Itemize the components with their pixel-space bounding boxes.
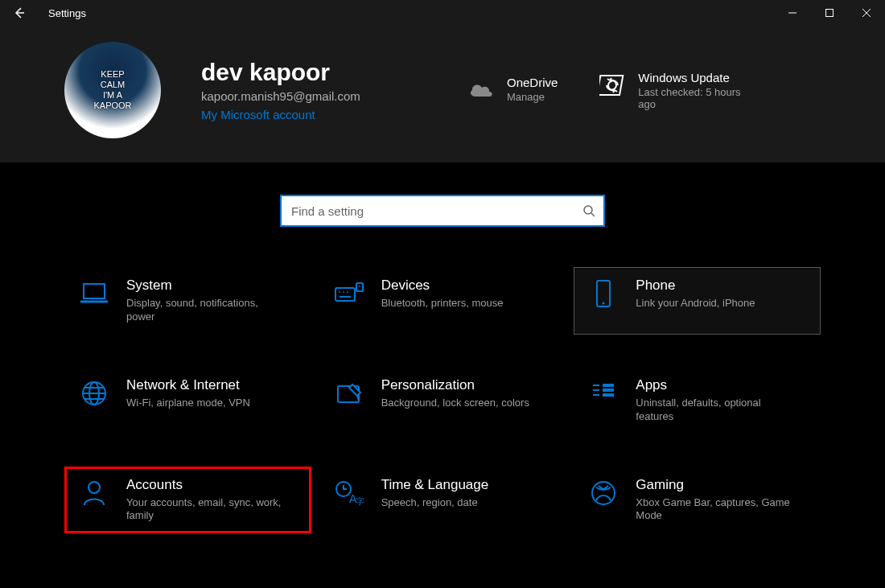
- category-network[interactable]: Network & Internet Wi-Fi, airplane mode,…: [64, 367, 311, 434]
- sync-icon: [598, 71, 627, 100]
- category-time-language[interactable]: A字 Time & Language Speech, region, date: [319, 467, 566, 534]
- category-title: Apps: [636, 377, 796, 393]
- svg-point-11: [603, 302, 605, 305]
- svg-rect-3: [84, 284, 105, 298]
- svg-point-25: [592, 482, 615, 504]
- search-input[interactable]: [280, 195, 605, 227]
- category-personalization[interactable]: Personalization Background, lock screen,…: [319, 367, 566, 434]
- laptop-icon: [78, 278, 110, 310]
- apps-icon: [587, 377, 620, 409]
- user-email: kapoor.manish95@gmail.com: [201, 89, 426, 103]
- svg-rect-15: [593, 384, 599, 386]
- xbox-icon: [587, 477, 620, 509]
- category-accounts[interactable]: Accounts Your accounts, email, sync, wor…: [64, 467, 311, 534]
- globe-icon: [78, 377, 110, 409]
- category-sub: Speech, region, date: [381, 496, 489, 510]
- close-icon: [862, 9, 871, 17]
- close-button[interactable]: [848, 0, 885, 26]
- window-controls: [774, 0, 885, 26]
- person-icon: [78, 477, 110, 509]
- maximize-icon: [825, 9, 834, 17]
- svg-text:字: 字: [356, 496, 364, 506]
- category-sub: Wi-Fi, airplane mode, VPN: [126, 397, 250, 410]
- category-title: Personalization: [381, 377, 529, 393]
- time-language-icon: A字: [333, 477, 365, 509]
- settings-body: System Display, sound, notifications, po…: [0, 162, 885, 588]
- svg-point-7: [347, 291, 348, 293]
- svg-rect-20: [603, 393, 614, 397]
- phone-icon: [587, 278, 620, 310]
- onedrive-title: OneDrive: [507, 76, 558, 89]
- cloud-icon: [467, 76, 496, 105]
- onedrive-text: OneDrive Manage: [507, 76, 558, 103]
- svg-point-6: [343, 291, 344, 293]
- svg-rect-16: [593, 389, 599, 391]
- settings-window: Settings KEEP CALM I'M A KAPOOR dev kapo…: [0, 0, 885, 588]
- category-title: Phone: [636, 278, 755, 294]
- svg-rect-18: [603, 384, 614, 387]
- back-arrow-icon: [13, 6, 26, 19]
- category-title: Accounts: [126, 477, 287, 493]
- category-gaming[interactable]: Gaming Xbox Game Bar, captures, Game Mod…: [574, 467, 821, 534]
- maximize-button[interactable]: [811, 0, 848, 26]
- category-sub: Xbox Game Bar, captures, Game Mode: [636, 496, 796, 524]
- category-title: System: [126, 278, 287, 294]
- category-devices[interactable]: Devices Bluetooth, printers, mouse: [319, 267, 566, 335]
- microsoft-account-link[interactable]: My Microsoft account: [201, 108, 426, 121]
- category-sub: Display, sound, notifications, power: [126, 297, 287, 324]
- category-title: Time & Language: [381, 477, 489, 493]
- svg-rect-0: [826, 10, 834, 17]
- category-sub: Link your Android, iPhone: [636, 297, 755, 310]
- search-icon: [582, 204, 595, 217]
- svg-point-9: [359, 286, 360, 287]
- category-system[interactable]: System Display, sound, notifications, po…: [64, 267, 311, 335]
- back-button[interactable]: [0, 0, 39, 26]
- onedrive-tile[interactable]: OneDrive Manage: [467, 76, 558, 105]
- windows-update-tile[interactable]: Windows Update Last checked: 5 hours ago: [598, 71, 759, 110]
- window-title: Settings: [39, 7, 86, 19]
- svg-point-2: [584, 206, 592, 214]
- user-name: dev kapoor: [201, 59, 426, 86]
- category-grid: System Display, sound, notifications, po…: [32, 267, 853, 533]
- category-sub: Bluetooth, printers, mouse: [381, 297, 504, 310]
- category-sub: Uninstall, defaults, optional features: [636, 397, 796, 424]
- svg-point-5: [339, 291, 340, 293]
- category-title: Devices: [381, 278, 504, 294]
- svg-rect-4: [335, 288, 355, 301]
- category-sub: Background, lock screen, colors: [381, 397, 529, 410]
- update-sub: Last checked: 5 hours ago: [638, 86, 759, 110]
- update-title: Windows Update: [638, 71, 759, 84]
- title-bar: Settings: [0, 0, 885, 26]
- paint-icon: [333, 377, 365, 409]
- avatar-text: KEEP CALM I'M A KAPOOR: [93, 69, 131, 112]
- svg-rect-17: [593, 394, 599, 396]
- avatar[interactable]: KEEP CALM I'M A KAPOOR: [64, 42, 161, 138]
- category-apps[interactable]: Apps Uninstall, defaults, optional featu…: [574, 367, 821, 434]
- search-wrap: [280, 195, 605, 227]
- category-phone[interactable]: Phone Link your Android, iPhone: [574, 267, 821, 335]
- update-text: Windows Update Last checked: 5 hours ago: [638, 71, 759, 110]
- user-info: dev kapoor kapoor.manish95@gmail.com My …: [201, 59, 426, 121]
- svg-rect-19: [603, 389, 614, 392]
- category-sub: Your accounts, email, sync, work, family: [126, 496, 287, 524]
- category-title: Gaming: [636, 477, 796, 493]
- account-header: KEEP CALM I'M A KAPOOR dev kapoor kapoor…: [0, 26, 885, 162]
- onedrive-sub: Manage: [507, 91, 558, 103]
- category-title: Network & Internet: [126, 377, 250, 393]
- minimize-button[interactable]: [774, 0, 811, 26]
- minimize-icon: [788, 9, 796, 17]
- keyboard-icon: [333, 278, 365, 310]
- svg-point-21: [88, 482, 100, 493]
